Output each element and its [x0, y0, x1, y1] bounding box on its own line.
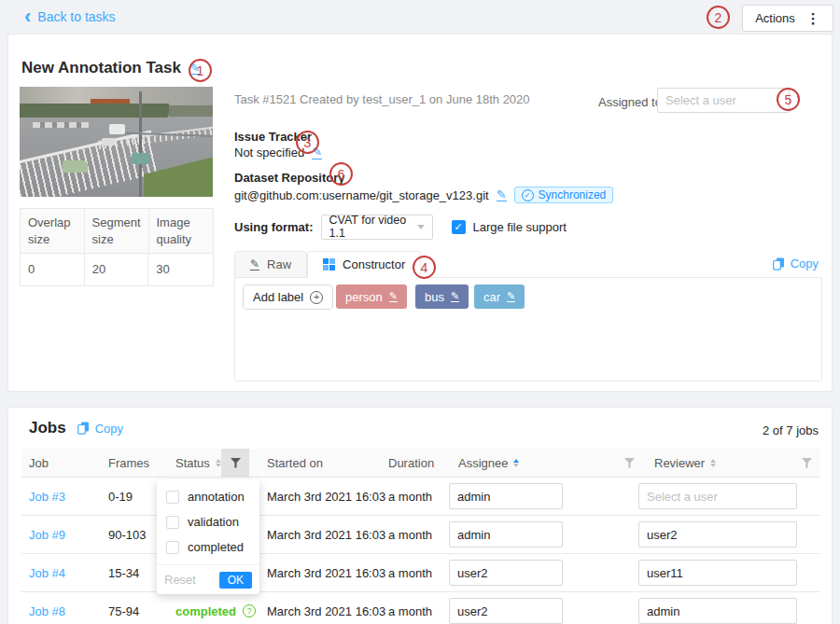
format-select[interactable]: CVAT for video 1.1 [321, 215, 433, 240]
plus-circle-icon: + [310, 291, 323, 304]
callout-1: 1 [189, 59, 212, 82]
duration-cell: a month [388, 592, 432, 624]
sort-assignee-icon[interactable] [513, 459, 519, 467]
checkbox-completed[interactable] [166, 541, 179, 554]
filter-option-validation[interactable]: validation [157, 509, 259, 534]
label-bus-name: bus [425, 290, 444, 304]
labels-tabs: ✎ Raw Constructor [234, 251, 421, 278]
checkbox-annotation[interactable] [166, 491, 179, 504]
job-row: Job #9 90-103 March 3rd 2021 16:03 a mon… [21, 516, 820, 554]
chevron-down-icon [417, 225, 425, 229]
copy-jobs-label: Copy [95, 422, 123, 436]
started-cell: March 3rd 2021 16:03 [267, 478, 385, 515]
col-status[interactable]: Status [175, 449, 221, 477]
assignee-filter-icon[interactable] [615, 449, 643, 477]
green-car [63, 160, 88, 173]
filter-option-completed[interactable]: completed [157, 534, 259, 560]
col-assignee[interactable]: Assignee [458, 449, 519, 477]
copy-labels-button[interactable]: Copy [773, 257, 819, 270]
task-title-row: New Annotation Task ✎ [21, 59, 200, 77]
add-label-button[interactable]: Add label + [243, 284, 333, 310]
col-started: Started on [267, 449, 323, 477]
more-vertical-icon: ⋮ [806, 10, 820, 27]
duration-cell: a month [388, 516, 432, 553]
check-circle-icon: ✓ [522, 189, 534, 201]
reviewer-input[interactable] [638, 483, 797, 509]
col-reviewer[interactable]: Reviewer [654, 449, 716, 477]
assignee-input[interactable] [449, 521, 563, 548]
sort-reviewer-icon[interactable] [710, 459, 716, 467]
status-filter-dropdown: annotation validation completed Reset OK [157, 479, 259, 594]
label-chip-bus[interactable]: bus ✎ [415, 284, 469, 309]
reviewer-input[interactable] [638, 560, 797, 586]
status-filter-icon[interactable] [221, 449, 249, 477]
distant-cars [33, 122, 89, 128]
dataset-repository-label: Dataset Repository [234, 171, 344, 185]
assignee-input[interactable] [449, 560, 563, 586]
job-link[interactable]: Job #9 [29, 516, 65, 553]
sort-status-icon[interactable] [216, 459, 221, 467]
job-row: Job #4 15-34 March 3rd 2021 16:03 a mont… [21, 554, 820, 592]
started-cell: March 3rd 2021 16:03 [267, 516, 385, 553]
callout-2: 2 [707, 6, 730, 29]
edit-repository-icon[interactable]: ✎ [497, 188, 507, 202]
large-file-checkbox[interactable]: ✓ [452, 220, 466, 234]
filter-option-validation-label: validation [188, 515, 239, 529]
synchronized-badge: ✓ Synchronized [514, 187, 614, 203]
assigned-to-input[interactable] [657, 88, 790, 113]
callout-3: 3 [296, 131, 319, 154]
frames-cell: 15-34 [108, 554, 139, 591]
filter-option-completed-label: completed [188, 540, 244, 554]
jobs-heading: Jobs [29, 419, 66, 437]
label-chip-person[interactable]: person ✎ [336, 284, 407, 309]
assignee-input[interactable] [449, 483, 563, 509]
back-to-tasks-link[interactable]: ‹ Back to tasks [24, 9, 116, 24]
job-link[interactable]: Job #3 [29, 478, 65, 515]
dataset-repository-row: git@github.com:username/git_storage_v123… [234, 187, 613, 203]
job-link[interactable]: Job #4 [29, 554, 65, 591]
jobs-heading-row: Jobs Copy [29, 419, 123, 437]
filter-ok-button[interactable]: OK [219, 572, 252, 589]
pencil-icon: ✎ [250, 258, 259, 271]
checkbox-validation[interactable] [166, 516, 179, 529]
filter-option-annotation[interactable]: annotation [157, 484, 259, 509]
actions-label: Actions [755, 11, 795, 25]
filter-reset-button[interactable]: Reset [164, 573, 196, 587]
trees-right [169, 105, 213, 117]
reviewer-input[interactable] [638, 598, 797, 624]
question-circle-icon: ? [243, 604, 256, 617]
constructor-icon [323, 258, 335, 270]
reviewer-filter-icon[interactable] [792, 449, 820, 477]
edit-label-icon[interactable]: ✎ [389, 291, 398, 303]
label-constructor-panel: Add label + person ✎ bus ✎ car ✎ [234, 277, 822, 381]
reviewer-input[interactable] [638, 521, 797, 548]
job-row: Job #3 0-19 March 3rd 2021 16:03 a month [21, 478, 820, 516]
tab-raw[interactable]: ✎ Raw [234, 251, 307, 278]
actions-button[interactable]: Actions ⋮ [742, 5, 833, 32]
duration-cell: a month [388, 478, 432, 515]
tab-constructor-label: Constructor [343, 257, 405, 271]
param-header-overlap: Overlap size [21, 209, 85, 253]
param-value-segment: 20 [85, 254, 149, 285]
white-van [109, 124, 125, 134]
edit-label-icon[interactable]: ✎ [451, 291, 459, 303]
job-link[interactable]: Job #8 [29, 592, 65, 624]
label-chip-car[interactable]: car ✎ [474, 284, 525, 309]
task-details-card: New Annotation Task ✎ Overlap size [7, 34, 833, 392]
col-job: Job [29, 449, 49, 477]
page: ‹ Back to tasks Actions ⋮ New Annotation… [0, 0, 840, 624]
param-value-overlap: 0 [21, 254, 85, 285]
filter-option-annotation-label: annotation [188, 490, 245, 504]
assignee-input[interactable] [449, 598, 563, 624]
started-cell: March 3rd 2021 16:03 [267, 554, 385, 591]
using-format-label: Using format: [234, 220, 314, 234]
tab-raw-label: Raw [267, 257, 291, 271]
tab-constructor[interactable]: Constructor [307, 251, 421, 278]
teal-van [132, 153, 149, 164]
status-cell: completed ? [175, 592, 256, 624]
edit-label-icon[interactable]: ✎ [507, 291, 515, 303]
copy-jobs-button[interactable]: Copy [77, 422, 123, 436]
white-car [102, 138, 115, 146]
label-car-name: car [483, 290, 500, 304]
param-value-quality: 30 [148, 254, 213, 285]
